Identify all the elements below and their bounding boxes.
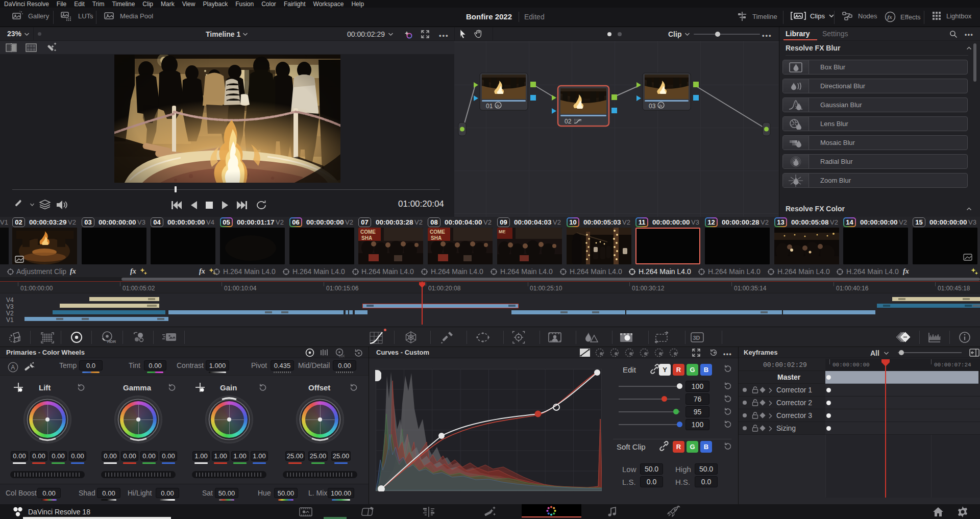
svg-text:02: 02 [565,118,572,125]
svg-text:fx: fx [659,104,663,108]
svg-text:HDR: HDR [107,339,116,344]
svg-text:03: 03 [649,103,656,110]
svg-text:01: 01 [486,103,493,110]
svg-text:SHA: SHA [361,235,372,241]
svg-text:SHA: SHA [431,235,442,241]
svg-text:3D: 3D [693,335,700,341]
svg-text:LOG: LOG [339,354,345,358]
svg-text:A: A [11,364,15,371]
svg-text:ME: ME [499,229,506,234]
svg-text:fx: fx [497,104,500,108]
svg-text:fx: fx [888,14,893,20]
svg-text:COME: COME [430,229,445,235]
svg-text:COME: COME [360,229,376,235]
